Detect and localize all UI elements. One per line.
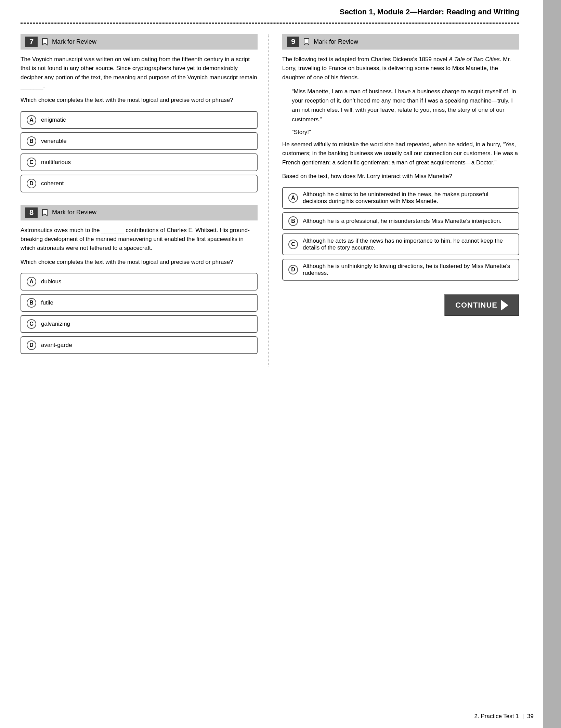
- page-header: Section 1, Module 2—Harder: Reading and …: [21, 0, 519, 19]
- q9-choice-b[interactable]: B Although he is a professional, he misu…: [282, 212, 519, 230]
- q7-text-c: multifarious: [41, 159, 251, 166]
- mark-for-review-q8[interactable]: Mark for Review: [52, 209, 96, 216]
- question-9-narration: He seemed wilfully to mistake the word s…: [282, 140, 519, 167]
- question-8-choices: A dubious B futile C galvanizing D: [21, 273, 258, 354]
- continue-label: CONTINUE: [455, 301, 497, 310]
- page-footer: 2. Practice Test 1 | 39: [474, 713, 534, 720]
- q8-text-c: galvanizing: [41, 321, 251, 327]
- bookmark-icon-q9[interactable]: [303, 38, 310, 45]
- page-wrapper: Section 1, Module 2—Harder: Reading and …: [0, 0, 561, 728]
- q8-choice-c[interactable]: C galvanizing: [21, 315, 258, 333]
- footer-chapter: 2. Practice Test 1: [474, 713, 519, 720]
- question-8-header: 8 Mark for Review: [21, 205, 258, 220]
- question-8-number: 8: [25, 207, 38, 218]
- q9-letter-a: A: [288, 193, 298, 203]
- question-7-choices: A enigmatic B venerable C multifarious: [21, 111, 258, 192]
- continue-button[interactable]: CONTINUE: [444, 294, 519, 316]
- q9-choice-a[interactable]: A Although he claims to be uninterested …: [282, 187, 519, 209]
- bookmark-icon-q8[interactable]: [42, 209, 48, 216]
- right-column: 9 Mark for Review The following text is …: [269, 34, 519, 366]
- q8-text-d: avant-garde: [41, 342, 251, 349]
- footer-separator: |: [522, 713, 524, 720]
- q9-intro-title: A Tale of Two Cities: [449, 56, 500, 63]
- q9-choice-d[interactable]: D Although he is unthinkingly following …: [282, 259, 519, 281]
- q9-letter-c: C: [288, 240, 298, 249]
- question-9-quote1: “Miss Manette, I am a man of business. I…: [292, 87, 519, 124]
- question-9-choices: A Although he claims to be uninterested …: [282, 187, 519, 281]
- q8-choice-d[interactable]: D avant-garde: [21, 336, 258, 354]
- q9-choice-c[interactable]: C Although he acts as if the news has no…: [282, 233, 519, 255]
- question-7-header: 7 Mark for Review: [21, 34, 258, 50]
- question-8-prompt: Which choice completes the text with the…: [21, 258, 258, 267]
- q9-text-a: Although he claims to be uninterested in…: [303, 191, 513, 205]
- question-9-intro: The following text is adapted from Charl…: [282, 55, 519, 82]
- two-column-layout: 7 Mark for Review The Voynich manuscript…: [21, 34, 519, 366]
- question-9-quote2: “Story!”: [292, 127, 519, 137]
- right-sidebar: [543, 0, 561, 728]
- q7-letter-a: A: [27, 115, 36, 125]
- q8-letter-d: D: [27, 340, 36, 350]
- q7-letter-c: C: [27, 158, 36, 167]
- q9-intro-text: The following text is adapted from Charl…: [282, 56, 449, 63]
- q8-letter-a: A: [27, 277, 36, 286]
- q8-choice-a[interactable]: A dubious: [21, 273, 258, 291]
- q9-letter-d: D: [288, 265, 298, 274]
- continue-bar: CONTINUE: [282, 294, 519, 330]
- question-7-prompt: Which choice completes the text with the…: [21, 96, 258, 105]
- question-9-header: 9 Mark for Review: [282, 34, 519, 50]
- header-title: Section 1, Module 2—Harder: Reading and …: [340, 8, 519, 16]
- question-9-number: 9: [287, 37, 299, 47]
- q9-text-b: Although he is a professional, he misund…: [303, 218, 513, 225]
- q7-letter-d: D: [27, 179, 36, 188]
- q7-choice-b[interactable]: B venerable: [21, 132, 258, 150]
- question-8-section: 8 Mark for Review Astronautics owes much…: [21, 205, 258, 354]
- q8-letter-b: B: [27, 298, 36, 308]
- question-9-section: 9 Mark for Review The following text is …: [282, 34, 519, 281]
- question-9-prompt: Based on the text, how does Mr. Lorry in…: [282, 172, 519, 181]
- question-8-passage: Astronautics owes much to the _______ co…: [21, 226, 258, 253]
- left-column: 7 Mark for Review The Voynich manuscript…: [21, 34, 269, 366]
- q7-choice-d[interactable]: D coherent: [21, 175, 258, 192]
- q7-text-a: enigmatic: [41, 117, 251, 123]
- q9-text-d: Although he is unthinkingly following di…: [303, 263, 513, 277]
- q9-text-c: Although he acts as if the news has no i…: [303, 238, 513, 251]
- q7-letter-b: B: [27, 136, 36, 146]
- continue-arrow-icon: [501, 300, 508, 311]
- mark-for-review-q9[interactable]: Mark for Review: [314, 38, 358, 45]
- q8-letter-c: C: [27, 319, 36, 329]
- q8-text-a: dubious: [41, 278, 251, 285]
- question-7-passage: The Voynich manuscript was written on ve…: [21, 55, 258, 91]
- dashed-divider: [21, 23, 519, 24]
- question-7-section: 7 Mark for Review The Voynich manuscript…: [21, 34, 258, 192]
- content-area: Section 1, Module 2—Harder: Reading and …: [0, 0, 543, 366]
- q7-text-d: coherent: [41, 180, 251, 187]
- mark-for-review-q7[interactable]: Mark for Review: [52, 38, 96, 45]
- q7-choice-a[interactable]: A enigmatic: [21, 111, 258, 129]
- q7-choice-c[interactable]: C multifarious: [21, 153, 258, 171]
- q8-choice-b[interactable]: B futile: [21, 294, 258, 312]
- q9-letter-b: B: [288, 216, 298, 226]
- footer-page: 39: [527, 713, 534, 720]
- bookmark-icon-q7[interactable]: [42, 38, 48, 45]
- q8-text-b: futile: [41, 299, 251, 306]
- question-7-number: 7: [25, 37, 38, 47]
- q7-text-b: venerable: [41, 138, 251, 145]
